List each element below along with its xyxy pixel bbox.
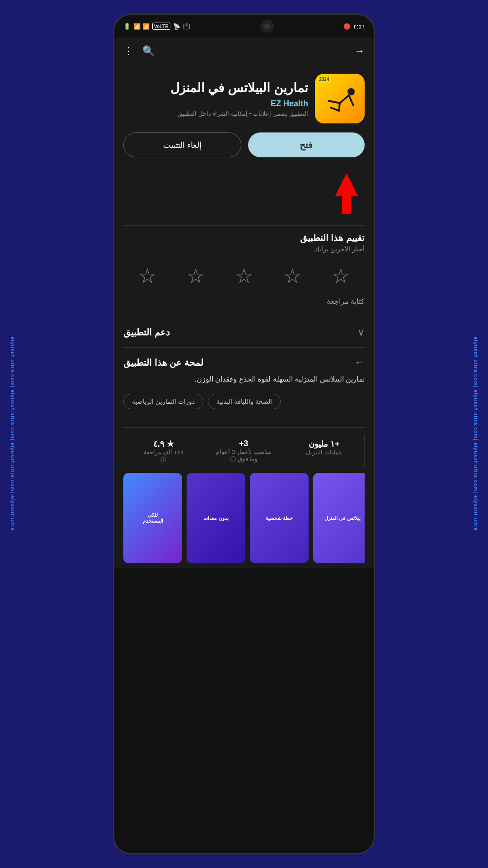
buttons-row: فتح إلغاء التثبيت bbox=[123, 132, 365, 157]
status-left: 🔋 📶 📶 VoLTE 📡 📳 bbox=[123, 23, 190, 30]
screenshot-3[interactable]: خطة شخصية bbox=[250, 473, 309, 563]
svg-marker-7 bbox=[335, 173, 358, 214]
status-bar: 🔋 📶 📶 VoLTE 📡 📳 🔴 ٢:٥٦ bbox=[114, 15, 374, 38]
chevron-down-icon[interactable]: ∨ bbox=[357, 326, 365, 338]
stat-rating-value: ★ ٤.٩ bbox=[126, 439, 201, 449]
battery-icon: 🔋 bbox=[123, 23, 131, 30]
star-5[interactable]: ☆ bbox=[138, 264, 156, 288]
search-icon[interactable]: 🔍 bbox=[142, 45, 155, 57]
screenshot-4[interactable]: بيلاتس في المنزل bbox=[313, 473, 365, 563]
svg-line-5 bbox=[349, 95, 353, 105]
app-icon-badge: 2024 bbox=[317, 76, 331, 83]
screenshots-row: للكيالمستخدم بدون معدات خطة شخصية بيلاتس… bbox=[123, 468, 365, 568]
star-1[interactable]: ☆ bbox=[332, 264, 350, 288]
tag-fitness[interactable]: الصحة واللياقة البدنية bbox=[208, 394, 281, 409]
stat-rating: ★ ٤.٩ ١٤٥ ألف مراجعة ⓘ bbox=[123, 434, 203, 468]
screenshot-2-text: بدون معدات bbox=[201, 513, 230, 524]
signal-icon: 📶 📶 bbox=[133, 23, 150, 30]
app-header: 2024 تمارين البيل bbox=[123, 74, 365, 123]
support-title: دعم التطبيق bbox=[123, 327, 170, 338]
star-2[interactable]: ☆ bbox=[283, 264, 301, 288]
star-4[interactable]: ☆ bbox=[187, 264, 205, 288]
app-content: 2024 تمارين البيل bbox=[114, 65, 374, 568]
arrow-annotation bbox=[123, 171, 365, 225]
stat-downloads-label: عمليات التنزيل bbox=[286, 449, 362, 456]
tag-courses[interactable]: دورات التمارين الرياضية bbox=[123, 394, 203, 409]
stat-age-label: وما فوق ⓘ bbox=[206, 455, 281, 463]
svg-line-1 bbox=[340, 95, 349, 103]
screenshot-2[interactable]: بدون معدات bbox=[187, 473, 245, 563]
stats-row: +١ مليون عمليات التنزيل 3+ مناسب لأعمار … bbox=[123, 427, 365, 468]
stat-age-value: 3+ bbox=[206, 439, 281, 448]
camera-notch bbox=[260, 19, 274, 33]
about-header: ← لمحة عن هذا التطبيق bbox=[123, 357, 365, 368]
time-display: ٢:٥٦ bbox=[353, 23, 365, 30]
app-meta: التطبيق يضمن إعلانات • إمكانية الشراء دا… bbox=[123, 110, 308, 117]
rating-title: تقييم هذا التطبيق bbox=[123, 232, 365, 243]
vibrate-icon: 📳 bbox=[183, 23, 190, 30]
app-developer: EZ Health bbox=[123, 99, 308, 108]
forward-icon[interactable]: → bbox=[355, 45, 365, 57]
menu-icon[interactable]: ⋮ bbox=[123, 45, 133, 57]
stat-age-sublabel: مناسب لأعمار 3 أعوام bbox=[206, 448, 281, 455]
status-right: 🔴 ٢:٥٦ bbox=[343, 23, 365, 30]
about-section: ← لمحة عن هذا التطبيق تمارين البيلاتس ال… bbox=[123, 347, 365, 427]
screenshot-3-text: خطة شخصية bbox=[263, 513, 295, 524]
stat-downloads: +١ مليون عمليات التنزيل bbox=[284, 434, 365, 468]
screenshot-4-text: بيلاتس في المنزل bbox=[322, 513, 362, 524]
battery-red: 🔴 bbox=[343, 23, 351, 30]
app-title: تمارين البيلاتس في المنزل bbox=[123, 80, 308, 96]
back-icon[interactable]: ← bbox=[355, 357, 365, 368]
screenshot-1-text: للكيالمستخدم bbox=[141, 510, 165, 526]
rating-subtitle: أخبار الآخرين برأيك bbox=[123, 245, 365, 253]
open-button[interactable]: فتح bbox=[248, 132, 365, 157]
red-arrow-icon bbox=[328, 171, 365, 216]
app-icon-container: 2024 bbox=[315, 74, 365, 123]
star-3[interactable]: ☆ bbox=[235, 264, 253, 288]
app-info: تمارين البيلاتس في المنزل EZ Health التط… bbox=[123, 80, 308, 117]
app-icon: 2024 bbox=[315, 74, 365, 123]
uninstall-button[interactable]: إلغاء التثبيت bbox=[123, 132, 241, 157]
svg-line-3 bbox=[339, 103, 340, 111]
stat-rating-label: ١٤٥ ألف مراجعة bbox=[126, 449, 201, 456]
wifi-icon: 📡 bbox=[173, 23, 180, 30]
about-description: تمارين البيلاتس المنزلية السهلة لقوة الج… bbox=[123, 374, 365, 385]
stat-age: 3+ مناسب لأعمار 3 أعوام وما فوق ⓘ bbox=[203, 434, 284, 468]
svg-point-0 bbox=[347, 88, 355, 95]
stars-row[interactable]: ☆ ☆ ☆ ☆ ☆ bbox=[123, 259, 365, 292]
svg-line-2 bbox=[328, 101, 340, 103]
stat-rating-info: ⓘ bbox=[126, 456, 201, 464]
svg-line-4 bbox=[331, 108, 339, 111]
stat-downloads-value: +١ مليون bbox=[286, 439, 362, 449]
app-icon-figure bbox=[322, 83, 358, 114]
phone-frame: 🔋 📶 📶 VoLTE 📡 📳 🔴 ٢:٥٦ ⋮ 🔍 → bbox=[113, 14, 375, 854]
support-section[interactable]: ∨ دعم التطبيق bbox=[123, 317, 365, 347]
screenshot-1[interactable]: للكيالمستخدم bbox=[123, 473, 182, 563]
nav-bar: ⋮ 🔍 → bbox=[114, 38, 374, 65]
about-title: لمحة عن هذا التطبيق bbox=[123, 357, 203, 368]
watermark-left: elyusuf-ultra.com| elyusuf-ultra.com| el… bbox=[10, 337, 15, 531]
rating-section: تقييم هذا التطبيق أخبار الآخرين برأيك ☆ … bbox=[123, 225, 365, 317]
watermark-right: elyusuf-ultra.com| elyusuf-ultra.com| el… bbox=[473, 337, 479, 531]
lte-badge: VoLTE bbox=[152, 23, 170, 30]
tags-row: الصحة واللياقة البدنية دورات التمارين ال… bbox=[123, 394, 365, 409]
write-review[interactable]: كتابة مراجعة bbox=[123, 292, 365, 310]
